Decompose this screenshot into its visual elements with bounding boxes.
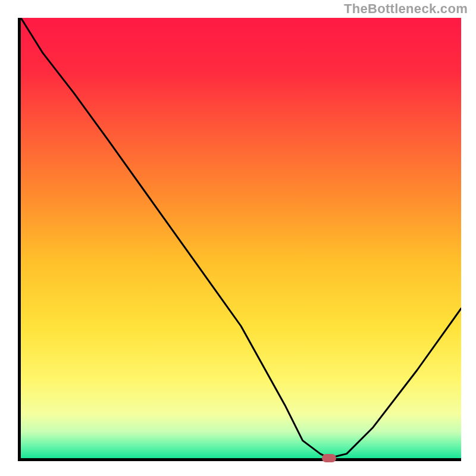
minimum-marker bbox=[322, 454, 336, 462]
chart-container: TheBottleneck.com bbox=[0, 0, 476, 476]
watermark-text: TheBottleneck.com bbox=[344, 1, 468, 17]
curve-line bbox=[21, 18, 461, 458]
plot-area bbox=[18, 18, 461, 461]
